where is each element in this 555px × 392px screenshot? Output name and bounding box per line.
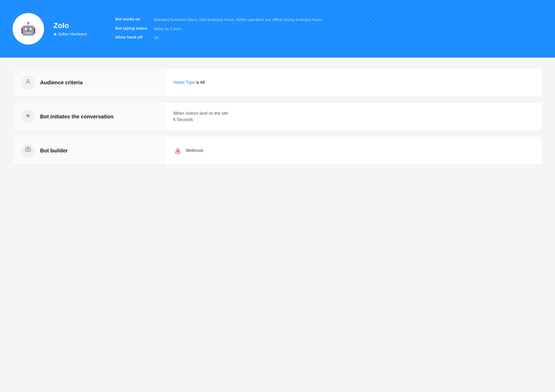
bot-org-row: ◈ Zylker Hardware (53, 31, 95, 36)
bot-initiates-card: Bot initiates the conversation When visi… (13, 102, 542, 131)
svg-point-10 (178, 151, 181, 154)
bot-initiates-right: When visitors land on the site 6 Seconds (165, 102, 542, 131)
org-icon: ◈ (53, 31, 57, 36)
audience-criteria-left: Audience criteria (13, 68, 165, 97)
webhook-icon (173, 146, 183, 155)
bot-initiates-left: Bot initiates the conversation (13, 102, 165, 131)
audience-criteria-right: Visitor Type is All (165, 68, 542, 97)
allow-handoff-value: On (154, 35, 322, 41)
avatar: 🤖 (13, 13, 44, 45)
bot-initiates-title: Bot initiates the conversation (40, 114, 113, 120)
bot-builder-icon-wrapper (21, 144, 35, 157)
bot-builder-icon (25, 147, 31, 154)
svg-point-7 (28, 150, 28, 150)
audience-criteria-text[interactable]: Visitor Type is All (173, 80, 205, 85)
bot-typing-status-value: Delay by 2 secs (154, 26, 322, 32)
visitor-type-suffix: is All (195, 80, 205, 85)
main-content: Audience criteria Visitor Type is All Bo… (0, 58, 555, 175)
visitor-type-link[interactable]: Visitor Type (173, 80, 195, 85)
svg-point-0 (27, 80, 29, 82)
audience-criteria-icon-wrapper (21, 76, 35, 89)
bot-initiates-line2: 6 Seconds (173, 117, 228, 122)
audience-criteria-card: Audience criteria Visitor Type is All (13, 68, 542, 97)
allow-handoff-label: Allow hand off (115, 35, 148, 39)
person-icon (25, 79, 31, 86)
bot-initiates-values: When visitors land on the site 6 Seconds (173, 111, 228, 122)
bot-works-on-value: Standard business hours, Non business ho… (154, 17, 322, 23)
audience-criteria-value: Visitor Type is All (173, 80, 205, 85)
webhook-row: Webhook (173, 146, 203, 155)
svg-point-6 (27, 150, 27, 150)
bot-works-on-label: Bot works on (115, 17, 148, 21)
org-name: Zylker Hardware (58, 32, 87, 36)
bot-typing-status-label: Bot typing status (115, 26, 148, 30)
bot-info: Zolo ◈ Zylker Hardware (53, 21, 95, 36)
svg-point-8 (29, 150, 29, 150)
bot-name: Zolo (53, 21, 95, 30)
header-section: 🤖 Zolo ◈ Zylker Hardware Bot works on St… (0, 0, 555, 58)
bolt-icon (25, 113, 31, 120)
bot-avatar-icon: 🤖 (20, 21, 36, 36)
bot-builder-right: Webhook (165, 136, 542, 165)
bot-initiates-icon-wrapper (21, 110, 35, 123)
bot-builder-title: Bot builder (40, 148, 68, 154)
audience-criteria-title: Audience criteria (40, 80, 83, 86)
bot-builder-left: Bot builder (13, 136, 165, 165)
svg-point-9 (175, 151, 178, 154)
svg-marker-1 (26, 113, 30, 118)
bot-builder-card: Bot builder Webhook (13, 136, 542, 165)
header-details: Bot works on Standard business hours, No… (115, 17, 322, 41)
webhook-label: Webhook (186, 148, 203, 153)
bot-initiates-line1: When visitors land on the site (173, 111, 228, 116)
